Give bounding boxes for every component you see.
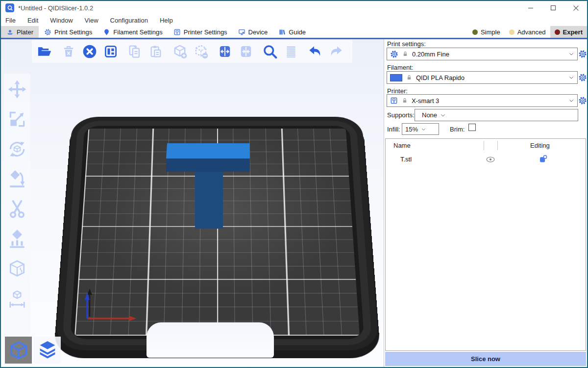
redo-icon[interactable] bbox=[327, 43, 345, 60]
menu-item-configuration[interactable]: Configuration bbox=[110, 17, 148, 24]
brim-checkbox[interactable] bbox=[468, 124, 476, 131]
edit-icon[interactable] bbox=[539, 155, 547, 163]
tab-device[interactable]: Device bbox=[233, 26, 273, 38]
tab-label: Plater bbox=[17, 28, 33, 36]
filament-combo[interactable]: QIDI PLA Rapido bbox=[387, 71, 578, 84]
edit-printer-gear-icon[interactable] bbox=[578, 96, 587, 105]
mode-simple[interactable]: Simple bbox=[468, 26, 505, 38]
gear-icon bbox=[390, 50, 398, 58]
tab-guide[interactable]: Guide bbox=[273, 26, 311, 38]
print-settings-label: Print settings: bbox=[387, 40, 426, 48]
edit-filament-gear-icon[interactable] bbox=[578, 73, 587, 82]
layers-icon bbox=[37, 340, 58, 361]
supports-label: Supports: bbox=[387, 111, 415, 119]
device-icon bbox=[238, 28, 245, 36]
axes-gizmo bbox=[81, 287, 145, 326]
infill-label: Infill: bbox=[387, 126, 400, 133]
seam-painting-icon[interactable] bbox=[6, 258, 28, 280]
gizmo-toolbar bbox=[4, 74, 30, 336]
add-instance-icon[interactable] bbox=[171, 43, 189, 60]
mode-advanced[interactable]: Advanced bbox=[505, 26, 550, 38]
place-on-face-icon[interactable] bbox=[6, 168, 28, 190]
column-divider bbox=[484, 141, 484, 150]
chevron-down-icon bbox=[568, 51, 574, 57]
print-settings-value: 0.20mm Fine bbox=[412, 51, 565, 58]
3d-editor-view-button[interactable] bbox=[5, 337, 32, 364]
mode-expert[interactable]: Expert bbox=[550, 26, 587, 38]
rotate-icon[interactable] bbox=[6, 138, 28, 160]
copy-icon[interactable] bbox=[126, 43, 144, 60]
move-icon[interactable] bbox=[6, 79, 28, 100]
printer-combo[interactable]: X-smart 3 bbox=[387, 94, 578, 107]
mode-label: Simple bbox=[481, 28, 500, 36]
delete-all-icon[interactable] bbox=[81, 43, 98, 60]
tab-print-settings[interactable]: Print Settings bbox=[39, 26, 98, 38]
printer-icon bbox=[173, 28, 181, 36]
edit-print-settings-gear-icon[interactable] bbox=[578, 50, 587, 58]
bed-handle-notch bbox=[147, 322, 274, 358]
chevron-down-icon bbox=[421, 127, 426, 132]
menu-item-help[interactable]: Help bbox=[160, 17, 173, 24]
settings-panel: Print settings: 0.20mm Fine Filament: QI… bbox=[384, 39, 587, 367]
variable-layer-height-icon[interactable] bbox=[282, 43, 300, 60]
expert-dot-icon bbox=[555, 29, 560, 35]
mode-label: Advanced bbox=[517, 28, 546, 36]
menu-item-view[interactable]: View bbox=[85, 17, 98, 24]
cut-icon[interactable] bbox=[6, 198, 28, 220]
simple-dot-icon bbox=[472, 29, 478, 35]
tab-plater[interactable]: Plater bbox=[1, 26, 39, 38]
close-button[interactable] bbox=[564, 1, 587, 15]
name-column-header: Name bbox=[393, 142, 411, 149]
undo-icon[interactable] bbox=[306, 43, 324, 60]
tab-printer-settings[interactable]: Printer Settings bbox=[168, 26, 233, 38]
tab-filament-settings[interactable]: Filament Settings bbox=[98, 26, 168, 38]
paint-on-supports-icon[interactable] bbox=[6, 228, 28, 250]
split-to-objects-icon[interactable] bbox=[216, 43, 234, 60]
tab-bar: Plater Print Settings Filament Settings … bbox=[1, 26, 587, 39]
viewport-3d[interactable] bbox=[1, 39, 384, 367]
model-t-stl[interactable] bbox=[162, 141, 255, 273]
print-settings-combo[interactable]: 0.20mm Fine bbox=[387, 48, 578, 60]
open-folder-icon[interactable] bbox=[36, 43, 53, 60]
menu-item-window[interactable]: Window bbox=[50, 17, 73, 24]
maximize-button[interactable] bbox=[542, 1, 564, 15]
preview-view-button[interactable] bbox=[34, 337, 61, 364]
split-to-parts-icon[interactable] bbox=[237, 43, 255, 60]
tab-label: Filament Settings bbox=[113, 28, 162, 36]
advanced-dot-icon bbox=[509, 29, 514, 35]
supports-combo[interactable]: None bbox=[415, 109, 578, 121]
minimize-button[interactable] bbox=[519, 1, 542, 15]
cube-icon bbox=[8, 340, 29, 361]
window-title: *Untitled - QIDISlicer-1.0.2 bbox=[18, 4, 93, 12]
tab-label: Printer Settings bbox=[184, 28, 227, 36]
lock-icon bbox=[406, 74, 413, 81]
filament-icon bbox=[103, 28, 110, 36]
tab-label: Guide bbox=[289, 28, 306, 36]
title-bar: *Untitled - QIDISlicer-1.0.2 bbox=[1, 1, 587, 15]
arrange-icon[interactable] bbox=[102, 43, 120, 60]
main-toolbar bbox=[32, 40, 352, 63]
printer-icon bbox=[390, 97, 398, 105]
app-logo-icon bbox=[5, 3, 14, 12]
paste-icon[interactable] bbox=[147, 43, 165, 60]
chevron-down-icon bbox=[568, 98, 574, 104]
infill-value: 15% bbox=[405, 126, 418, 133]
mode-label: Expert bbox=[563, 28, 583, 36]
slice-now-button[interactable]: Slice now bbox=[385, 352, 586, 366]
tab-label: Print Settings bbox=[54, 28, 92, 36]
tab-label: Device bbox=[248, 28, 268, 36]
view-mode-toggle bbox=[5, 337, 61, 364]
infill-combo[interactable]: 15% bbox=[402, 123, 439, 135]
delete-icon[interactable] bbox=[60, 43, 77, 60]
eye-icon[interactable] bbox=[486, 156, 495, 163]
remove-instance-icon[interactable] bbox=[192, 43, 210, 60]
column-divider bbox=[497, 141, 498, 150]
object-list: Name Editing T.stl bbox=[385, 138, 586, 351]
chevron-down-icon bbox=[440, 112, 446, 118]
filament-value: QIDI PLA Rapido bbox=[416, 74, 565, 81]
menu-item-file[interactable]: File bbox=[5, 17, 16, 24]
menu-item-edit[interactable]: Edit bbox=[27, 17, 38, 24]
measure-icon[interactable] bbox=[6, 288, 28, 310]
search-icon[interactable] bbox=[261, 43, 279, 60]
scale-icon[interactable] bbox=[6, 108, 28, 130]
